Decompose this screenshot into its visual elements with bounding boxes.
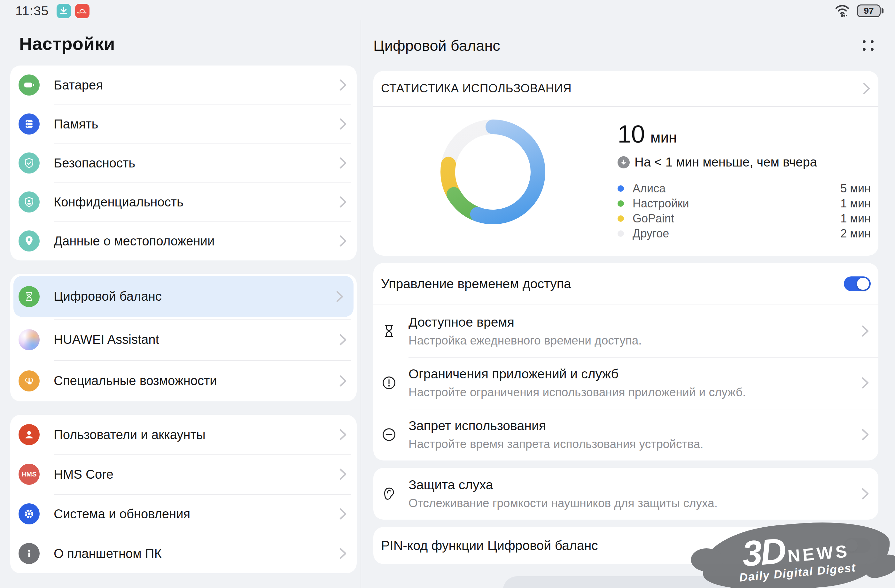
disable-digital-balance-button[interactable]: ВЫКЛЮЧИТЬ ЦИФРОВОЙ БАЛАНС [503, 576, 749, 588]
usage-statistics-card: СТАТИСТИКА ИСПОЛЬЗОВАНИЯ 10 мин На < 1 м… [373, 71, 878, 256]
page-title: Настройки [19, 33, 361, 54]
total-usage-unit: мин [651, 129, 677, 146]
usage-statistics-link[interactable]: СТАТИСТИКА ИСПОЛЬЗОВАНИЯ [381, 71, 871, 106]
usage-donut-chart [439, 118, 547, 226]
pin-toggle[interactable] [844, 538, 871, 553]
chevron-right-icon [339, 234, 347, 248]
access-time-card: Управление временем доступа Доступное вр… [373, 263, 878, 461]
chevron-right-icon [339, 507, 347, 521]
storage-icon [18, 114, 39, 135]
access-time-toggle[interactable] [844, 276, 871, 291]
legend-row: Настройки 1 мин [617, 196, 871, 211]
sidebar-item-location[interactable]: Данные о местоположении [10, 221, 357, 261]
more-options-icon[interactable] [863, 40, 874, 51]
chevron-right-icon [339, 333, 347, 347]
settings-sidebar: Настройки Батарея Память Безопасность [0, 20, 361, 588]
sidebar-item-digital-balance[interactable]: Цифровой баланс [14, 276, 353, 317]
chevron-right-icon [339, 156, 347, 170]
chevron-right-icon [862, 82, 871, 95]
security-shield-icon [18, 152, 39, 174]
sidebar-item-huawei-assistant[interactable]: HUAWEI Assistant [10, 319, 357, 360]
legend-dot [617, 230, 624, 237]
sidebar-item-battery[interactable]: Батарея [10, 65, 357, 105]
chevron-right-icon [861, 487, 869, 501]
usage-statistics-body: 10 мин На < 1 мин меньше, чем вчера Алис… [381, 107, 871, 256]
sidebar-group-device: Батарея Память Безопасность Конфиденциал… [10, 65, 357, 261]
legend-row: Другое 2 мин [617, 226, 871, 241]
hms-core-icon: HMS [18, 464, 39, 485]
status-bar: 11:35 HUAWEI 97 [0, 0, 895, 20]
legend-dot [617, 215, 624, 222]
battery-icon [18, 74, 39, 95]
hearing-protection-card: Защита слуха Отслеживание громкости науш… [373, 468, 878, 520]
sidebar-item-hms-core[interactable]: HMS HMS Core [10, 455, 357, 494]
row-app-limits[interactable]: Ограничения приложений и служб Настройте… [381, 357, 871, 409]
detail-header: Цифровой баланс [373, 20, 878, 71]
privacy-shield-person-icon [18, 191, 39, 212]
sidebar-item-security[interactable]: Безопасность [10, 144, 357, 182]
legend-dot [617, 200, 624, 207]
digital-balance-hourglass-icon [18, 286, 39, 307]
chevron-right-icon [339, 117, 347, 131]
sidebar-item-system-updates[interactable]: Система и обновления [10, 494, 357, 534]
chevron-right-icon [339, 78, 347, 92]
chevron-right-icon [861, 324, 869, 338]
hourglass-outline-icon [381, 323, 397, 339]
appgallery-notification-icon: HUAWEI [75, 4, 90, 18]
users-icon [18, 424, 39, 445]
battery-percent: 97 [864, 6, 874, 16]
wifi-icon [834, 3, 851, 18]
system-gear-icon [18, 503, 39, 524]
chevron-right-icon [339, 467, 347, 481]
accessibility-touch-icon [18, 370, 39, 391]
total-usage: 10 мин [617, 120, 871, 149]
huawei-assistant-orb-icon [18, 329, 39, 350]
chevron-right-icon [339, 195, 347, 209]
chevron-right-icon [861, 376, 869, 390]
chevron-right-icon [339, 547, 347, 561]
location-pin-icon [18, 230, 39, 252]
usage-delta: На < 1 мин меньше, чем вчера [617, 155, 871, 169]
arrow-down-circle-icon [617, 156, 630, 168]
row-hearing-protection[interactable]: Защита слуха Отслеживание громкости науш… [381, 468, 871, 520]
battery-indicator: 97 [857, 5, 883, 17]
row-usage-ban[interactable]: Запрет использования Настройте время зап… [381, 409, 871, 461]
usage-delta-text: На < 1 мин меньше, чем вчера [634, 155, 817, 169]
legend-row: GoPaint 1 мин [617, 211, 871, 226]
sidebar-item-about-tablet[interactable]: О планшетном ПК [10, 534, 357, 573]
digital-balance-detail: Цифровой баланс СТАТИСТИКА ИСПОЛЬЗОВАНИЯ… [361, 20, 895, 588]
sidebar-item-storage[interactable]: Память [10, 105, 357, 144]
clock: 11:35 [15, 3, 49, 18]
usage-legend: Алиса 5 мин Настройки 1 мин GoPaint 1 ми… [617, 181, 871, 241]
sidebar-item-privacy[interactable]: Конфиденциальность [10, 182, 357, 221]
chevron-right-icon [335, 289, 344, 304]
sidebar-item-accessibility[interactable]: Специальные возможности [10, 360, 357, 402]
sidebar-group-assistance: Цифровой баланс HUAWEI Assistant Специал… [10, 274, 357, 402]
chevron-right-icon [861, 427, 869, 442]
download-notification-icon [56, 4, 71, 18]
pin-card: PIN-код функции Цифровой баланс [373, 527, 878, 564]
legend-dot [617, 185, 624, 192]
access-time-toggle-row: Управление временем доступа [381, 263, 871, 305]
ear-icon [381, 486, 397, 502]
pin-toggle-row: PIN-код функции Цифровой баланс [381, 527, 871, 564]
about-info-icon [18, 543, 39, 564]
chevron-right-icon [339, 374, 347, 388]
sidebar-group-system: Пользователи и аккаунты HMS HMS Core Сис… [10, 415, 357, 573]
exclamation-circle-icon [381, 375, 397, 391]
row-available-time[interactable]: Доступное время Настройка ежедневного вр… [381, 305, 871, 357]
detail-title: Цифровой баланс [373, 37, 863, 54]
legend-row: Алиса 5 мин [617, 181, 871, 196]
sidebar-item-users-accounts[interactable]: Пользователи и аккаунты [10, 415, 357, 455]
minus-circle-icon [381, 427, 397, 443]
total-usage-value: 10 [617, 120, 645, 149]
chevron-right-icon [339, 427, 347, 442]
